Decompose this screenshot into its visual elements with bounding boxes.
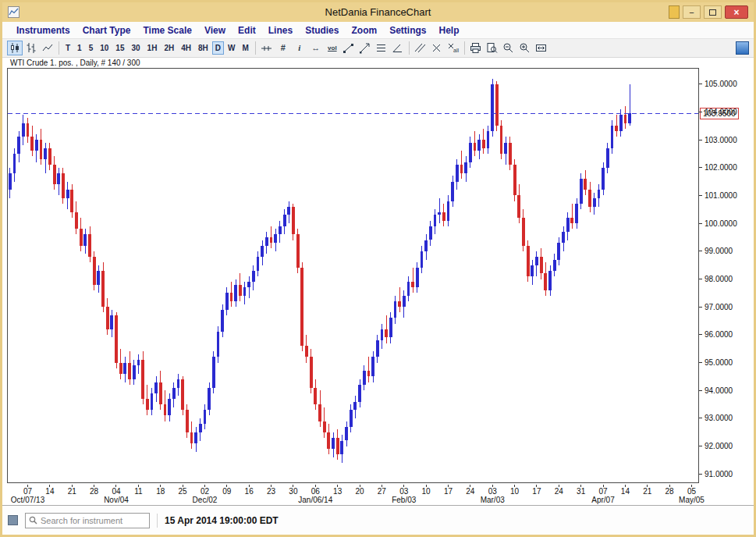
chart-type-group (7, 41, 55, 55)
menu-instruments[interactable]: Instruments (10, 25, 76, 36)
timeframe-30-button[interactable]: 30 (128, 41, 143, 55)
zoom-reset-icon[interactable] (534, 41, 549, 55)
menu-view[interactable]: View (198, 25, 232, 36)
timeframe-group: T151015301H2H4H8HDWM (62, 41, 252, 55)
menu-settings[interactable]: Settings (383, 25, 432, 36)
delete-all-drawings-icon[interactable]: all (445, 41, 461, 55)
timeframe-8h-button[interactable]: 8H (195, 41, 211, 55)
menu-lines[interactable]: Lines (262, 25, 299, 36)
print-icon[interactable] (468, 41, 484, 55)
month-label: Jan/06/14 (298, 496, 332, 504)
grid-icon[interactable]: # (275, 41, 291, 55)
price-tick-mark (699, 112, 702, 112)
date-tick-label: 10 (422, 487, 431, 496)
zoom-out-icon[interactable] (501, 41, 516, 55)
scroll-arrows-icon[interactable]: ↔ (308, 41, 324, 55)
month-label: May/05 (679, 496, 705, 504)
parallel-channel-icon[interactable] (413, 41, 428, 55)
statusbar-divider (157, 514, 158, 528)
date-tick-label: 07 (23, 487, 32, 496)
price-tick-label: 97.0000 (705, 303, 733, 311)
month-label: Feb/03 (392, 496, 416, 504)
maximize-button[interactable] (704, 5, 722, 19)
instrument-link-icon[interactable] (8, 515, 18, 525)
fib-lines-icon[interactable] (374, 41, 389, 55)
price-tick-mark (699, 446, 702, 446)
timeframe-w-button[interactable]: W (225, 41, 238, 55)
price-tick-mark (699, 390, 702, 391)
price-tick-mark (699, 418, 702, 418)
line-chart-icon[interactable] (40, 41, 55, 55)
candlestick-chart-icon[interactable] (7, 41, 23, 55)
date-tick-label: 30 (289, 487, 297, 496)
price-tick-mark (699, 195, 702, 196)
date-tick-label: 24 (466, 487, 474, 496)
timeframe-m-button[interactable]: M (239, 41, 251, 55)
price-tick-label: 94.0000 (705, 386, 733, 395)
crosshair-icon[interactable] (259, 41, 275, 55)
date-tick-label: 20 (355, 487, 364, 496)
price-tick-label: 101.0000 (705, 191, 737, 200)
chart-plot-area[interactable] (7, 68, 699, 483)
on-top-button[interactable] (669, 5, 680, 19)
date-tick-label: 17 (444, 487, 453, 496)
price-tick-label: 99.0000 (705, 247, 733, 255)
info-icon[interactable]: i (292, 41, 307, 55)
close-button[interactable]: × (725, 5, 748, 19)
timeframe-d-button[interactable]: D (212, 41, 224, 55)
timeframe-2h-button[interactable]: 2H (161, 41, 177, 55)
menu-help[interactable]: Help (432, 25, 465, 36)
timeframe-15-button[interactable]: 15 (112, 41, 127, 55)
search-input[interactable] (41, 516, 146, 525)
timeframe-t-button[interactable]: T (62, 41, 73, 55)
window-controls: − × (669, 5, 748, 19)
print-preview-icon[interactable] (484, 41, 500, 55)
minimize-button[interactable]: − (683, 5, 701, 19)
toolbar: T151015301H2H4H8HDWM #i↔volall (2, 39, 754, 58)
menu-chart-type[interactable]: Chart Type (76, 25, 137, 36)
instrument-list-icon[interactable] (736, 41, 749, 55)
menu-edit[interactable]: Edit (232, 25, 262, 36)
date-tick-label: 14 (621, 487, 630, 496)
instrument-label: WTI Crude 1. pos. , Daily, # 140 / 300 (2, 58, 754, 68)
month-label: Dec/02 (193, 496, 218, 504)
price-tick-mark (699, 251, 702, 251)
date-tick-label: 21 (68, 487, 76, 496)
status-bar: 15 Apr 2014 19:00:00 EDT (2, 505, 754, 535)
app-window: NetDania FinanceChart − × InstrumentsCha… (0, 0, 756, 537)
zoom-in-icon[interactable] (517, 41, 533, 55)
price-tick-mark (699, 362, 702, 363)
timeframe-4h-button[interactable]: 4H (178, 41, 194, 55)
date-tick-label: 25 (179, 487, 187, 496)
ray-line-icon[interactable] (357, 41, 373, 55)
trendline-icon[interactable] (341, 41, 357, 55)
timeframe-1h-button[interactable]: 1H (144, 41, 161, 55)
date-tick-label: 24 (555, 487, 563, 496)
timeframe-1-button[interactable]: 1 (74, 41, 85, 55)
menu-studies[interactable]: Studies (299, 25, 345, 36)
price-tick-label: 103.0000 (705, 136, 737, 144)
last-update-timestamp: 15 Apr 2014 19:00:00 EDT (165, 515, 279, 526)
timeframe-5-button[interactable]: 5 (86, 41, 97, 55)
price-tick-mark (699, 307, 702, 308)
price-tick-mark (699, 84, 702, 84)
price-tick-label: 93.0000 (705, 414, 733, 422)
toolbar-separator (464, 41, 465, 55)
date-tick-label: 21 (643, 487, 651, 496)
timeframe-10-button[interactable]: 10 (97, 41, 112, 55)
angle-line-icon[interactable] (390, 41, 406, 55)
date-axis[interactable]: 07Oct/07/1314212804Nov/0411182502Dec/020… (2, 485, 754, 505)
date-tick-label: 17 (532, 487, 541, 496)
toolbar-separator (409, 41, 410, 55)
volume-icon[interactable]: vol (325, 41, 340, 55)
price-tick-label: 98.0000 (705, 275, 733, 283)
menu-zoom[interactable]: Zoom (345, 25, 383, 36)
date-tick-label: 11 (134, 487, 142, 496)
ohlc-bar-chart-icon[interactable] (23, 41, 39, 55)
menu-time-scale[interactable]: Time Scale (137, 25, 197, 36)
delete-drawing-icon[interactable] (429, 41, 445, 55)
price-tick-mark (699, 279, 702, 279)
price-axis[interactable]: 103.9500 91.000092.000093.000094.000095.… (699, 68, 753, 485)
price-tick-label: 105.0000 (705, 80, 737, 88)
title-bar: NetDania FinanceChart − × (2, 2, 754, 22)
